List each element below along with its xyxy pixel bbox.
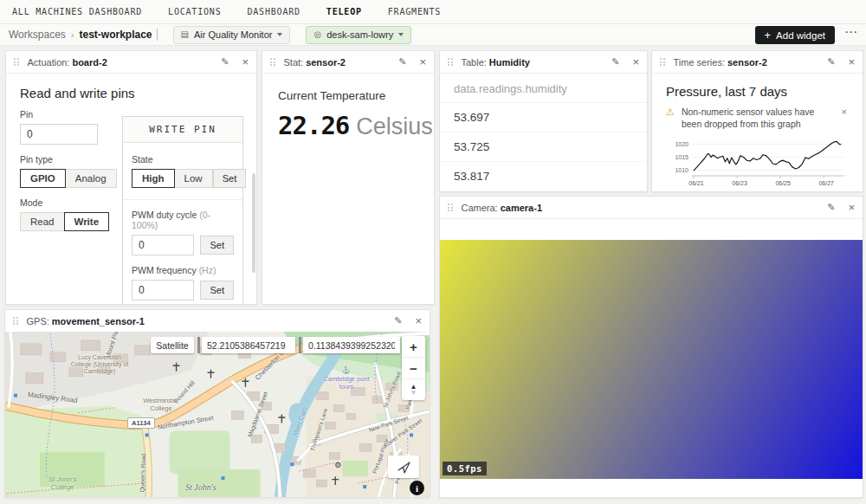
stat-label: Current Temperature <box>278 89 418 102</box>
pin-type-analog-button[interactable]: Analog <box>65 169 117 188</box>
close-icon[interactable]: × <box>848 56 855 68</box>
state-toggle: High Low <box>132 169 213 188</box>
svg-text:1010: 1010 <box>675 167 688 173</box>
map-label-st-johns: St John's <box>185 482 216 492</box>
chevron-down-icon <box>398 33 404 36</box>
warning-banner: ⚠ Non-numeric sensor values have been dr… <box>666 106 849 130</box>
pin-label: Pin <box>20 109 105 120</box>
table-column-header: data.readings.humidity <box>440 74 647 103</box>
close-icon[interactable]: × <box>242 56 249 68</box>
dismiss-warning-icon[interactable]: × <box>840 106 849 119</box>
pressure-chart: 10101015102006/2106/2306/2506/27 <box>666 134 850 190</box>
zoom-out-button[interactable]: − <box>402 358 425 379</box>
edit-icon[interactable]: ✎ <box>827 56 835 68</box>
table-row: 53.728 <box>440 191 647 192</box>
zoom-in-button[interactable]: + <box>402 336 425 358</box>
drag-handle-icon[interactable] <box>660 58 665 66</box>
set-state-button[interactable]: Set <box>213 169 247 188</box>
nav-item-fragments[interactable]: FRAGMENTS <box>388 7 441 16</box>
widget-header: Time series:sensor-2 ✎ × <box>652 51 863 74</box>
divider-handle[interactable] <box>299 337 301 353</box>
mode-toggle: Read Write <box>20 212 109 231</box>
table-row: 53.725 <box>440 132 647 162</box>
edit-icon[interactable]: ✎ <box>611 56 619 68</box>
state-low-button[interactable]: Low <box>174 169 213 188</box>
compass-button[interactable]: ▲ ▼ <box>402 379 425 400</box>
edit-icon[interactable]: ✎ <box>398 56 406 68</box>
nav-item-dashboard[interactable]: DASHBOARD <box>247 7 300 16</box>
machine-selector[interactable]: ▤ Air Quality Monitor <box>173 26 291 44</box>
state-high-button[interactable]: High <box>132 169 175 188</box>
attribution-info-button[interactable]: i <box>410 481 424 495</box>
locate-button[interactable] <box>388 456 419 478</box>
pin-type-gpio-button[interactable]: GPIO <box>20 169 66 188</box>
widget-table: Table:Humidity ✎ × data.readings.humidit… <box>439 50 648 192</box>
plus-icon: + <box>765 29 772 41</box>
pwm-frequency-label: PWM frequency (Hz) <box>132 265 234 275</box>
svg-text:1015: 1015 <box>675 154 688 160</box>
actuation-body: Read and write pins Pin Pin type GPIO An… <box>6 74 256 305</box>
pin-input[interactable] <box>20 124 98 145</box>
widget-header: Camera:camera-1 ✎ × <box>440 197 863 219</box>
widget-camera: Camera:camera-1 ✎ × 0.5fps <box>439 196 863 498</box>
edit-icon[interactable]: ✎ <box>394 315 402 326</box>
widget-gps: GPS:movement_sensor-1 ✎ × <box>4 309 430 498</box>
stat-value: 22.26 <box>278 111 349 140</box>
widget-title: GPS:movement_sensor-1 <box>27 316 145 326</box>
drag-handle-icon[interactable] <box>13 317 18 325</box>
widget-title: Table:Humidity <box>462 57 530 68</box>
nav-item-all-machines-dashboard[interactable]: ALL MACHINES DASHBOARD <box>12 7 142 16</box>
divider-handle[interactable] <box>197 337 200 353</box>
drag-handle-icon[interactable] <box>270 58 275 66</box>
set-pwm-frequency-button[interactable]: Set <box>200 281 234 300</box>
warning-icon: ⚠ <box>666 106 675 119</box>
pwm-duty-label: PWM duty cycle (0-100%) <box>132 210 234 230</box>
widget-header: Table:Humidity ✎ × <box>440 51 647 74</box>
close-icon[interactable]: × <box>848 202 855 213</box>
pwm-duty-input[interactable] <box>132 235 194 255</box>
breadcrumb-workspaces[interactable]: Workspaces <box>9 29 66 41</box>
nav-item-teleop[interactable]: TELEOP <box>326 7 362 16</box>
drag-handle-icon[interactable] <box>448 58 453 66</box>
drag-handle-icon[interactable] <box>448 204 453 211</box>
widget-timeseries: Time series:sensor-2 ✎ × Pressure, last … <box>651 50 863 192</box>
pwm-frequency-input[interactable] <box>132 280 194 300</box>
longitude-input[interactable] <box>303 337 400 353</box>
part-status-icon: ◎ <box>313 30 321 39</box>
close-icon[interactable]: × <box>415 315 422 326</box>
map-zoom-controls: + − ▲ ▼ <box>402 336 425 400</box>
map-road-badge-a1134: A1134 <box>127 417 155 429</box>
nav-item-locations[interactable]: LOCATIONS <box>168 7 221 16</box>
mode-write-button[interactable]: Write <box>64 212 110 231</box>
camera-stream-image: 0.5fps <box>440 240 863 479</box>
fps-badge: 0.5fps <box>443 462 487 475</box>
set-pwm-duty-button[interactable]: Set <box>200 236 234 255</box>
latitude-input[interactable] <box>202 337 295 353</box>
svg-text:1020: 1020 <box>675 141 688 147</box>
edit-icon[interactable]: ✎ <box>221 56 229 68</box>
part-selector-label: desk-sam-lowry <box>326 29 393 40</box>
widget-actuation: Actuation:board-2 ✎ × Read and write pin… <box>5 50 257 305</box>
map-canvas[interactable]: ⚓ ⚙ Mount Pleasant Madingley Road Lucy C… <box>5 332 430 497</box>
scrollbar[interactable] <box>252 173 255 273</box>
top-nav: ALL MACHINES DASHBOARD LOCATIONS DASHBOA… <box>0 0 866 24</box>
add-widget-button[interactable]: + Add widget <box>755 26 836 44</box>
workspace-toolbar: Workspaces › test-workplace ▤ Air Qualit… <box>0 24 866 46</box>
pin-type-toggle: GPIO Analog <box>20 169 117 188</box>
close-icon[interactable]: × <box>419 56 426 68</box>
machine-selector-label: Air Quality Monitor <box>194 29 272 40</box>
map-label-punt-tours: Cambridge punt tours <box>319 375 374 391</box>
satellite-toggle-button[interactable]: Satellite <box>151 337 194 353</box>
breadcrumb-separator: › <box>71 29 74 40</box>
part-selector[interactable]: ◎ desk-sam-lowry <box>306 26 411 44</box>
overflow-menu-button[interactable]: ⋯ <box>844 24 857 40</box>
table-row: 53.817 <box>440 162 647 191</box>
edit-icon[interactable]: ✎ <box>827 202 835 213</box>
drag-handle-icon[interactable] <box>14 58 19 66</box>
pin-type-label: Pin type <box>20 154 105 165</box>
close-icon[interactable]: × <box>632 56 639 68</box>
mode-read-button[interactable]: Read <box>20 212 65 231</box>
svg-text:06/25: 06/25 <box>775 180 791 186</box>
workspace-name-field[interactable]: test-workplace <box>79 29 157 41</box>
navigation-arrow-icon <box>396 459 411 475</box>
